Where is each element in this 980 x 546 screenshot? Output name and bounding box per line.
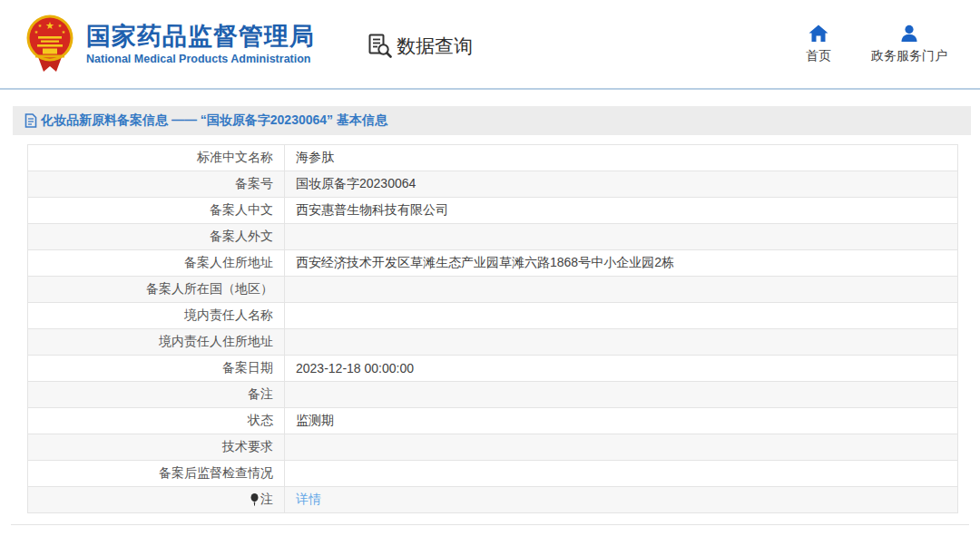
table-row-note: 注 详情 — [28, 487, 958, 513]
table-row: 境内责任人名称 — [28, 303, 958, 329]
brand-title-en: National Medical Products Administration — [86, 53, 315, 65]
data-query-label: 数据查询 — [397, 34, 473, 59]
data-query-icon — [368, 34, 392, 58]
filing-info-table: 标准中文名称 海参肽 备案号 国妆原备字20230064 备案人中文 西安惠普生… — [27, 144, 958, 513]
page-header: ★ ★ ★ ★ ★ 国家药品监督管理局 National Medical Pro… — [0, 0, 980, 88]
table-row: 标准中文名称 海参肽 — [28, 145, 958, 171]
nav-home-label: 首页 — [806, 48, 831, 64]
header-nav: 首页 政务服务门户 — [806, 24, 947, 64]
nav-gov-portal[interactable]: 政务服务门户 — [871, 24, 947, 64]
row-label: 备案人所在国（地区） — [28, 277, 285, 303]
table-row: 备注 — [28, 382, 958, 408]
row-value-note: 详情 — [285, 487, 958, 513]
page-title: 化妆品新原料备案信息 —— “国妆原备字20230064” 基本信息 — [41, 112, 387, 129]
data-query-section[interactable]: 数据查询 — [368, 34, 473, 59]
table-row: 技术要求 — [28, 434, 958, 461]
row-value: 西安经济技术开发区草滩生态产业园草滩六路1868号中小企业园2栋 — [285, 250, 958, 277]
table-row: 备案人所在国（地区） — [28, 277, 958, 303]
home-icon — [808, 24, 828, 43]
detail-link[interactable]: 详情 — [296, 492, 321, 506]
row-value: 监测期 — [285, 408, 958, 434]
brand-titles: 国家药品监督管理局 National Medical Products Admi… — [86, 23, 315, 65]
table-row: 备案人外文 — [28, 224, 958, 250]
svg-text:★: ★ — [45, 20, 54, 31]
row-value — [285, 303, 958, 329]
svg-text:★: ★ — [62, 29, 66, 34]
row-label: 技术要求 — [28, 434, 285, 461]
table-row: 备案人中文 西安惠普生物科技有限公司 — [28, 198, 958, 224]
row-value — [285, 277, 958, 303]
row-value: 西安惠普生物科技有限公司 — [285, 198, 958, 224]
note-label-text: 注 — [260, 492, 273, 508]
row-label: 状态 — [28, 408, 285, 434]
svg-text:★: ★ — [38, 23, 43, 28]
row-label: 备案人外文 — [28, 224, 285, 250]
nav-home[interactable]: 首页 — [806, 24, 831, 64]
brand-title-cn: 国家药品监督管理局 — [86, 23, 315, 51]
table-row: 境内责任人住所地址 — [28, 329, 958, 356]
row-value — [285, 461, 958, 487]
row-label: 境内责任人名称 — [28, 303, 285, 329]
svg-text:★: ★ — [58, 23, 63, 28]
bottom-divider-line — [11, 524, 969, 525]
section-title-bar: 化妆品新原料备案信息 —— “国妆原备字20230064” 基本信息 — [13, 106, 971, 135]
row-label: 备案日期 — [28, 356, 285, 382]
row-value: 海参肽 — [285, 145, 958, 171]
document-icon — [24, 113, 37, 128]
row-label: 备案人住所地址 — [28, 250, 285, 277]
user-icon — [899, 24, 919, 43]
row-value — [285, 382, 958, 408]
nav-gov-portal-label: 政务服务门户 — [871, 48, 947, 64]
row-value — [285, 329, 958, 356]
row-label: 备案号 — [28, 171, 285, 198]
header-divider-line — [0, 88, 980, 90]
svg-text:★: ★ — [34, 29, 39, 34]
row-value — [285, 434, 958, 461]
row-label-note: 注 — [28, 487, 285, 513]
table-row: 备案后监督检查情况 — [28, 461, 958, 487]
table-row: 状态 监测期 — [28, 408, 958, 434]
table-row: 备案日期 2023-12-18 00:00:00 — [28, 356, 958, 382]
row-label: 境内责任人住所地址 — [28, 329, 285, 356]
row-value: 国妆原备字20230064 — [285, 171, 958, 198]
row-label: 备案人中文 — [28, 198, 285, 224]
row-label: 备案后监督检查情况 — [28, 461, 285, 487]
table-row: 备案人住所地址 西安经济技术开发区草滩生态产业园草滩六路1868号中小企业园2栋 — [28, 250, 958, 277]
row-value — [285, 224, 958, 250]
row-label: 标准中文名称 — [28, 145, 285, 171]
table-row: 备案号 国妆原备字20230064 — [28, 171, 958, 198]
row-label: 备注 — [28, 382, 285, 408]
national-emblem-logo: ★ ★ ★ ★ ★ — [25, 15, 74, 74]
balloon-icon — [250, 493, 259, 506]
row-value: 2023-12-18 00:00:00 — [285, 356, 958, 382]
